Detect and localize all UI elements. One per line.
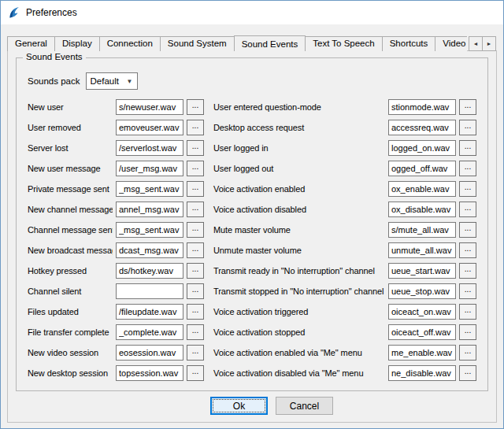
browse-button[interactable]: ...: [459, 365, 476, 381]
input-unmute-master-volume[interactable]: [388, 242, 456, 258]
sounds-pack-row: Sounds pack Default ▼: [28, 72, 476, 90]
input-channel-silent[interactable]: [116, 283, 183, 299]
label-user-removed: User removed: [28, 123, 113, 132]
browse-button[interactable]: ...: [187, 202, 204, 217]
input-server-lost[interactable]: [116, 140, 183, 156]
browse-button[interactable]: ...: [187, 324, 204, 340]
input-files-updated[interactable]: [116, 304, 183, 320]
tab-video[interactable]: Video: [435, 36, 467, 51]
label-files-updated: Files updated: [28, 307, 113, 316]
label-channel-message-sent: Channel message sent: [28, 225, 113, 235]
browse-button[interactable]: ...: [187, 140, 204, 156]
browse-button[interactable]: ...: [459, 263, 476, 279]
groupbox-title: Sound Events: [23, 52, 86, 61]
input-new-user-message[interactable]: [116, 161, 183, 176]
browse-button[interactable]: ...: [459, 283, 476, 299]
input-voice-activation-stopped[interactable]: [388, 324, 456, 340]
tab-scroll-control: ◄ ►: [469, 36, 496, 51]
tab-general[interactable]: General: [7, 36, 55, 51]
sounds-pack-select[interactable]: Default ▼: [86, 72, 138, 90]
input-new-user[interactable]: [116, 99, 183, 115]
label-voice-activation-disabled-me-menu: Voice activation disabled via "Me" menu: [207, 368, 385, 378]
input-hotkey-pressed[interactable]: [116, 263, 183, 279]
label-mute-master-volume: Mute master volume: [207, 225, 385, 235]
label-user-logged-out: User logged out: [207, 164, 385, 173]
input-new-video-session[interactable]: [116, 345, 183, 361]
label-voice-activation-triggered: Voice activation triggered: [207, 307, 385, 316]
browse-button[interactable]: ...: [187, 345, 204, 361]
tab-sound-events[interactable]: Sound Events: [234, 35, 306, 51]
window-title: Preferences: [26, 7, 77, 18]
browse-button[interactable]: ...: [187, 263, 204, 279]
browse-button[interactable]: ...: [187, 242, 204, 258]
label-hotkey-pressed: Hotkey pressed: [28, 266, 113, 276]
tab-sound-system[interactable]: Sound System: [160, 36, 235, 51]
input-voice-activation-enabled-me-menu[interactable]: [388, 345, 456, 361]
browse-button[interactable]: ...: [459, 345, 476, 361]
browse-button[interactable]: ...: [459, 222, 476, 238]
label-new-user-message: New user message: [28, 164, 113, 173]
input-user-logged-in[interactable]: [388, 140, 456, 156]
app-icon: [8, 6, 20, 19]
browse-button[interactable]: ...: [459, 324, 476, 340]
input-user-removed[interactable]: [116, 120, 183, 135]
browse-button[interactable]: ...: [187, 222, 204, 238]
input-new-desktop-session[interactable]: [116, 365, 183, 381]
label-voice-activation-enabled-me-menu: Voice activation enabled via "Me" menu: [207, 348, 385, 357]
browse-button[interactable]: ...: [459, 304, 476, 320]
browse-button[interactable]: ...: [187, 181, 204, 197]
input-new-broadcast-message[interactable]: [116, 242, 183, 258]
tab-bar: General Display Connection Sound System …: [7, 35, 467, 51]
input-file-transfer-complete[interactable]: [116, 324, 183, 340]
input-voice-activation-disabled[interactable]: [388, 202, 456, 217]
input-transmit-ready[interactable]: [388, 263, 456, 279]
ok-button[interactable]: Ok: [210, 397, 268, 415]
label-voice-activation-enabled: Voice activation enabled: [207, 184, 385, 194]
browse-button[interactable]: ...: [187, 365, 204, 381]
input-voice-activation-disabled-me-menu[interactable]: [388, 365, 456, 381]
tab-display[interactable]: Display: [54, 36, 100, 51]
label-user-entered-question-mode: User entered question-mode: [207, 102, 385, 112]
input-mute-master-volume[interactable]: [388, 222, 456, 238]
cancel-button[interactable]: Cancel: [276, 397, 333, 415]
label-new-channel-message: New channel message: [28, 205, 113, 214]
sound-events-groupbox: Sound Events Sounds pack Default ▼ New u…: [16, 57, 488, 391]
browse-button[interactable]: ...: [187, 283, 204, 299]
tab-scroll-right-button[interactable]: ►: [482, 36, 496, 51]
browse-button[interactable]: ...: [187, 120, 204, 135]
titlebar[interactable]: Preferences: [1, 1, 503, 24]
browse-button[interactable]: ...: [187, 304, 204, 320]
input-transmit-stopped[interactable]: [388, 283, 456, 299]
input-user-logged-out[interactable]: [388, 161, 456, 176]
input-desktop-access-request[interactable]: [388, 120, 456, 135]
sounds-pack-label: Sounds pack: [28, 76, 80, 86]
label-new-video-session: New video session: [28, 348, 113, 357]
tab-shortcuts[interactable]: Shortcuts: [382, 36, 436, 51]
sound-events-grid: New user ... User entered question-mode …: [28, 99, 476, 381]
browse-button[interactable]: ...: [459, 242, 476, 258]
input-user-entered-question-mode[interactable]: [388, 99, 456, 115]
browse-button[interactable]: ...: [459, 181, 476, 197]
browse-button[interactable]: ...: [459, 99, 476, 115]
browse-button[interactable]: ...: [459, 120, 476, 135]
input-channel-message-sent[interactable]: [116, 222, 183, 238]
label-new-broadcast-message: New broadcast message: [28, 246, 113, 255]
tab-text-to-speech[interactable]: Text To Speech: [305, 36, 382, 51]
browse-button[interactable]: ...: [459, 140, 476, 156]
browse-button[interactable]: ...: [459, 202, 476, 217]
input-new-channel-message[interactable]: [116, 202, 183, 217]
dialog-buttons: Ok Cancel: [210, 397, 333, 415]
input-voice-activation-enabled[interactable]: [388, 181, 456, 197]
label-server-lost: Server lost: [28, 143, 113, 153]
sounds-pack-value: Default: [91, 76, 119, 86]
label-voice-activation-stopped: Voice activation stopped: [207, 327, 385, 337]
browse-button[interactable]: ...: [187, 161, 204, 176]
tab-scroll-left-button[interactable]: ◄: [469, 36, 483, 51]
label-transmit-ready: Transmit ready in "No interruption" chan…: [207, 266, 385, 276]
tab-connection[interactable]: Connection: [99, 36, 161, 51]
label-voice-activation-disabled: Voice activation disabled: [207, 205, 385, 214]
input-private-message-sent[interactable]: [116, 181, 183, 197]
browse-button[interactable]: ...: [187, 99, 204, 115]
browse-button[interactable]: ...: [459, 161, 476, 176]
input-voice-activation-triggered[interactable]: [388, 304, 456, 320]
